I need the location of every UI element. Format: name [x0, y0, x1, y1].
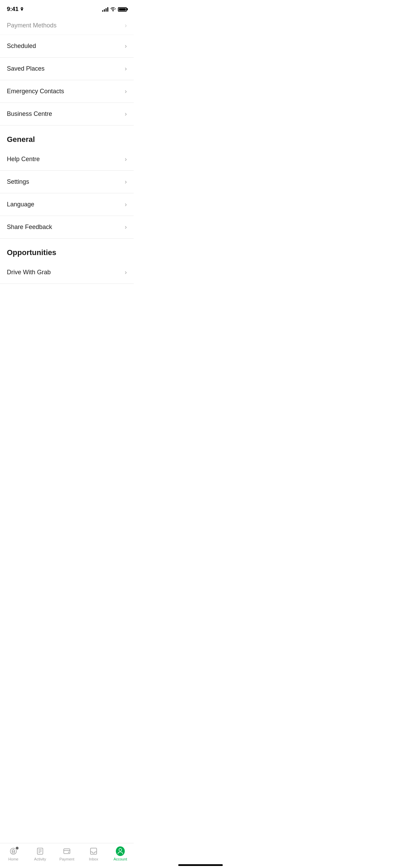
help-centre-chevron: ›: [125, 156, 127, 163]
language-chevron: ›: [125, 201, 127, 208]
status-time: 9:41: [7, 6, 24, 13]
section-no-header: Scheduled › Saved Places › Emergency Con…: [0, 35, 134, 125]
status-bar: 9:41: [0, 0, 134, 16]
share-feedback-label: Share Feedback: [7, 224, 52, 231]
battery-icon: [118, 7, 127, 12]
svg-point-0: [113, 11, 113, 11]
help-centre-item[interactable]: Help Centre ›: [0, 148, 134, 171]
settings-label: Settings: [7, 178, 29, 185]
language-label: Language: [7, 201, 34, 208]
general-title: General: [7, 135, 35, 144]
share-feedback-item[interactable]: Share Feedback ›: [0, 216, 134, 239]
business-centre-label: Business Centre: [7, 110, 52, 118]
wifi-icon: [110, 7, 116, 11]
status-icons: [102, 7, 127, 12]
payment-methods-item[interactable]: Payment Methods ›: [0, 16, 134, 35]
drive-with-grab-item[interactable]: Drive With Grab ›: [0, 261, 134, 284]
payment-methods-chevron: ›: [125, 22, 127, 29]
drive-with-grab-chevron: ›: [125, 269, 127, 276]
saved-places-label: Saved Places: [7, 65, 45, 72]
content-area: Payment Methods › Scheduled › Saved Plac…: [0, 16, 134, 315]
emergency-contacts-label: Emergency Contacts: [7, 88, 64, 95]
scheduled-label: Scheduled: [7, 43, 36, 50]
payment-methods-label: Payment Methods: [7, 22, 57, 29]
section-general: General Help Centre › Settings › Languag…: [0, 125, 134, 239]
scheduled-item[interactable]: Scheduled ›: [0, 35, 134, 58]
saved-places-item[interactable]: Saved Places ›: [0, 58, 134, 80]
opportunities-header: Opportunities: [0, 239, 134, 261]
share-feedback-chevron: ›: [125, 224, 127, 231]
section-opportunities: Opportunities Drive With Grab ›: [0, 239, 134, 284]
scheduled-chevron: ›: [125, 43, 127, 50]
saved-places-chevron: ›: [125, 65, 127, 72]
emergency-contacts-chevron: ›: [125, 88, 127, 95]
help-centre-label: Help Centre: [7, 156, 40, 163]
emergency-contacts-item[interactable]: Emergency Contacts ›: [0, 80, 134, 103]
location-icon: [20, 7, 24, 11]
settings-item[interactable]: Settings ›: [0, 171, 134, 193]
language-item[interactable]: Language ›: [0, 193, 134, 216]
business-centre-item[interactable]: Business Centre ›: [0, 103, 134, 125]
drive-with-grab-label: Drive With Grab: [7, 269, 51, 276]
settings-chevron: ›: [125, 178, 127, 185]
opportunities-title: Opportunities: [7, 248, 56, 257]
business-centre-chevron: ›: [125, 110, 127, 118]
signal-bars: [102, 7, 108, 12]
general-header: General: [0, 125, 134, 148]
